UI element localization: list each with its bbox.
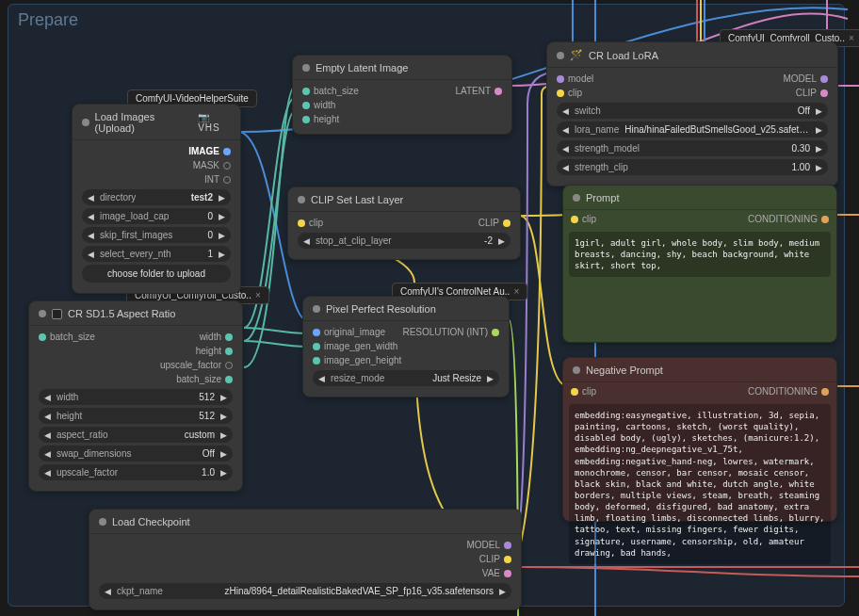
- port-original-image-in[interactable]: [313, 329, 320, 336]
- arrow-right-icon[interactable]: ▶: [219, 212, 225, 221]
- arrow-left-icon[interactable]: ◀: [44, 430, 51, 440]
- node-title[interactable]: Empty Latent Image: [293, 56, 511, 80]
- node-title[interactable]: Pixel Perfect Resolution: [303, 297, 509, 321]
- port-clip-in[interactable]: [571, 216, 578, 223]
- arrow-left-icon[interactable]: ◀: [562, 106, 569, 116]
- widget-select-every-nth[interactable]: ◀ select_every_nth 1 ▶: [82, 246, 231, 262]
- arrow-left-icon[interactable]: ◀: [88, 212, 94, 221]
- collapse-dot-icon[interactable]: [99, 518, 106, 526]
- port-clip-out[interactable]: [820, 89, 828, 97]
- port-width-in[interactable]: [302, 102, 310, 109]
- node-load-images[interactable]: Load Images (Upload) 📷VHS IMAGE MASK INT…: [72, 104, 241, 294]
- port-resolution-out[interactable]: [492, 329, 499, 336]
- node-empty-latent[interactable]: Empty Latent Image batch_size LATENT wid…: [292, 55, 512, 135]
- widget-aspect-ratio[interactable]: ◀aspect_ratiocustom▶: [39, 427, 233, 443]
- collapse-dot-icon[interactable]: [557, 52, 564, 59]
- port-width-out[interactable]: [225, 333, 233, 341]
- port-height-in[interactable]: [302, 116, 310, 123]
- collapse-dot-icon[interactable]: [313, 305, 320, 313]
- widget-height[interactable]: ◀height512▶: [39, 408, 233, 424]
- arrow-right-icon[interactable]: ▶: [816, 163, 822, 172]
- arrow-left-icon[interactable]: ◀: [44, 393, 51, 402]
- arrow-left-icon[interactable]: ◀: [44, 468, 51, 478]
- widget-strength-clip[interactable]: ◀strength_clip1.00▶: [557, 159, 828, 175]
- arrow-right-icon[interactable]: ▶: [219, 231, 225, 240]
- port-clip-in[interactable]: [298, 219, 305, 227]
- arrow-left-icon[interactable]: ◀: [303, 236, 310, 246]
- port-conditioning-out[interactable]: [821, 388, 829, 396]
- arrow-right-icon[interactable]: ▶: [219, 250, 225, 259]
- port-clip-in[interactable]: [571, 388, 578, 396]
- collapse-dot-icon[interactable]: [39, 310, 46, 317]
- arrow-right-icon[interactable]: ▶: [498, 236, 505, 246]
- port-model-out[interactable]: [820, 75, 828, 83]
- widget-lora-name[interactable]: ◀lora_nameHina/hinaFailedButSmellsGood_v…: [557, 122, 828, 138]
- arrow-right-icon[interactable]: ▶: [219, 193, 225, 203]
- node-load-checkpoint[interactable]: Load Checkpoint MODEL CLIP VAE ◀ckpt_nam…: [89, 509, 522, 610]
- negative-prompt-text[interactable]: embedding:easynegative, illustration, 3d…: [569, 404, 831, 564]
- widget-upscale-factor[interactable]: ◀upscale_factor1.0▶: [39, 464, 233, 480]
- collapse-dot-icon[interactable]: [573, 194, 580, 202]
- node-title[interactable]: Load Checkpoint: [89, 510, 521, 534]
- widget-strength-model[interactable]: ◀strength_model0.30▶: [557, 140, 828, 156]
- port-latent[interactable]: [494, 88, 502, 95]
- collapse-dot-icon[interactable]: [298, 196, 305, 203]
- arrow-left-icon[interactable]: ◀: [105, 587, 111, 596]
- port-batch-size-out[interactable]: [225, 376, 233, 383]
- port-clip-out[interactable]: [503, 219, 511, 227]
- widget-ckpt-name[interactable]: ◀ckpt_namezHina/8964_detailRealisticBake…: [99, 583, 511, 599]
- port-conditioning-out[interactable]: [821, 216, 829, 223]
- port-gen-height-in[interactable]: [313, 357, 320, 365]
- port-upscale-out[interactable]: [225, 362, 233, 369]
- port-int[interactable]: [223, 176, 231, 184]
- arrow-left-icon[interactable]: ◀: [562, 163, 569, 172]
- arrow-left-icon[interactable]: ◀: [562, 125, 569, 135]
- node-cr-load-lora[interactable]: 🪄CR Load LoRA model MODEL clip CLIP ◀swi…: [546, 41, 838, 186]
- port-batch-size-in[interactable]: [39, 333, 46, 341]
- arrow-left-icon[interactable]: ◀: [44, 449, 51, 459]
- arrow-right-icon[interactable]: ▶: [220, 468, 227, 478]
- widget-skip-first-images[interactable]: ◀ skip_first_images 0 ▶: [82, 227, 231, 243]
- arrow-right-icon[interactable]: ▶: [499, 587, 506, 596]
- collapse-dot-icon[interactable]: [302, 64, 310, 72]
- port-model-out[interactable]: [504, 542, 511, 549]
- prompt-text[interactable]: 1girl, adult girl, whole body, slim body…: [569, 232, 831, 277]
- port-height-out[interactable]: [225, 348, 233, 355]
- widget-directory[interactable]: ◀ directory test2 ▶: [82, 189, 231, 205]
- port-vae-out[interactable]: [504, 570, 511, 577]
- node-title[interactable]: CLIP Set Last Layer: [288, 187, 520, 212]
- arrow-left-icon[interactable]: ◀: [88, 231, 94, 240]
- arrow-right-icon[interactable]: ▶: [220, 393, 227, 402]
- port-batch-size-in[interactable]: [302, 88, 310, 95]
- choose-folder-button[interactable]: choose folder to upload: [82, 265, 231, 283]
- arrow-right-icon[interactable]: ▶: [220, 430, 227, 440]
- node-clip-set-last-layer[interactable]: CLIP Set Last Layer clip CLIP ◀stop_at_c…: [287, 186, 521, 260]
- arrow-right-icon[interactable]: ▶: [220, 412, 227, 421]
- node-title[interactable]: Negative Prompt: [563, 358, 836, 382]
- port-clip-in[interactable]: [557, 89, 564, 97]
- widget-stop-at-clip-layer[interactable]: ◀stop_at_clip_layer-2▶: [298, 233, 511, 249]
- widget-resize-mode[interactable]: ◀resize_modeJust Resize▶: [313, 370, 499, 386]
- widget-swap-dimensions[interactable]: ◀swap_dimensionsOff▶: [39, 446, 233, 462]
- node-title[interactable]: 🪄CR Load LoRA: [547, 42, 837, 68]
- widget-switch[interactable]: ◀switchOff▶: [557, 103, 828, 119]
- port-mask[interactable]: [223, 162, 231, 170]
- arrow-left-icon[interactable]: ◀: [562, 144, 569, 154]
- node-prompt[interactable]: Prompt clip CONDITIONING 1girl, adult gi…: [562, 185, 837, 343]
- widget-width[interactable]: ◀width512▶: [39, 389, 233, 405]
- node-aspect-ratio[interactable]: CR SD1.5 Aspect Ratio batch_size width h…: [28, 300, 243, 492]
- arrow-right-icon[interactable]: ▶: [487, 374, 494, 383]
- checkbox-icon[interactable]: [52, 309, 62, 319]
- arrow-left-icon[interactable]: ◀: [88, 250, 94, 259]
- node-title[interactable]: CR SD1.5 Aspect Ratio: [29, 301, 242, 326]
- port-image[interactable]: [223, 148, 231, 155]
- node-pixel-perfect[interactable]: Pixel Perfect Resolution original_image …: [302, 296, 510, 397]
- arrow-left-icon[interactable]: ◀: [44, 412, 51, 421]
- arrow-right-icon[interactable]: ▶: [816, 144, 822, 154]
- port-clip-out[interactable]: [504, 556, 511, 563]
- arrow-left-icon[interactable]: ◀: [88, 193, 94, 203]
- collapse-dot-icon[interactable]: [573, 366, 580, 374]
- arrow-right-icon[interactable]: ▶: [816, 125, 822, 135]
- arrow-right-icon[interactable]: ▶: [220, 449, 227, 459]
- collapse-dot-icon[interactable]: [82, 119, 89, 126]
